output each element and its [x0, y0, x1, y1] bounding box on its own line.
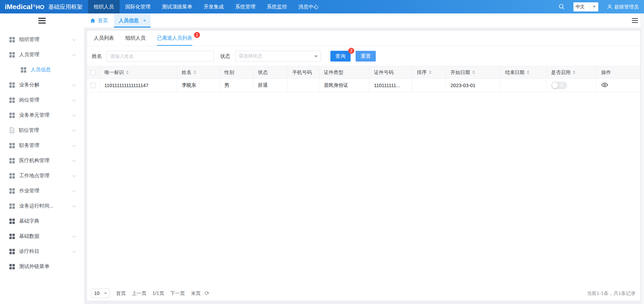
pagination-prev[interactable]: 上一页 — [132, 290, 147, 297]
sidebar-item[interactable]: 人员信息 — [0, 62, 84, 77]
sort-icon[interactable] — [429, 70, 432, 74]
nav-menu-item[interactable]: 测试顶级菜单 — [156, 0, 198, 13]
notification-badge: 2 — [348, 48, 354, 54]
nav-menu-item[interactable]: 组织人员 — [88, 0, 120, 13]
home-icon — [90, 18, 95, 23]
column-header: 结束日期 — [500, 66, 546, 79]
product-name: 基础应用框架 — [48, 3, 83, 11]
panel-menu-icon[interactable] — [632, 18, 638, 23]
grid-icon — [9, 173, 15, 179]
grid-icon — [9, 203, 15, 209]
sort-icon[interactable] — [573, 70, 575, 74]
view-eye-icon[interactable] — [601, 83, 608, 87]
sidebar-item[interactable]: 业务单元管理 — [0, 108, 84, 123]
sidebar-item[interactable]: 诊疗科目 — [0, 244, 84, 259]
sidebar-item[interactable]: 组织管理 — [0, 32, 84, 47]
reset-button[interactable]: 重置 — [356, 51, 376, 62]
page-size-select[interactable]: 10 — [91, 289, 110, 298]
nav-menu-item[interactable]: 系统监控 — [261, 0, 293, 13]
sidebar-item[interactable]: 基础数据 — [0, 229, 84, 244]
grid-icon — [9, 143, 15, 148]
search-icon[interactable] — [559, 4, 565, 10]
user-icon — [607, 4, 612, 9]
sort-icon[interactable] — [126, 70, 129, 74]
sort-icon[interactable] — [194, 70, 196, 74]
app-window: iMedical®HO 基础应用框架 组织人员 国际化管理 测试顶级菜单 开发集… — [0, 0, 644, 304]
enabled-toggle[interactable]: 否 — [551, 82, 567, 89]
tab-home[interactable]: 首页 — [84, 13, 114, 28]
cell-actions — [596, 79, 640, 92]
content-tab[interactable]: 人员列表 — [94, 31, 114, 46]
chevron-down-icon — [72, 98, 76, 101]
grid-icon — [9, 264, 15, 269]
nav-menu-item[interactable]: 国际化管理 — [120, 0, 156, 13]
pagination-info: 1/1页 — [153, 290, 164, 297]
chevron-down-icon — [72, 113, 76, 116]
user-menu[interactable]: 超级管理员 — [607, 4, 639, 10]
breadcrumb-tabbar: 首页 人员信息 × — [84, 13, 644, 28]
table-header-row: 唯一标识 姓名 — [87, 66, 640, 79]
content-tab[interactable]: 组织人员 — [125, 31, 146, 46]
sidebar-item[interactable]: 作业管理 — [0, 183, 84, 198]
tab-personnel-info[interactable]: 人员信息 × — [114, 13, 151, 28]
sidebar-item[interactable]: 工作地点管理 — [0, 168, 84, 183]
grid-icon — [9, 234, 15, 239]
sidebar-collapse-button[interactable] — [0, 13, 84, 28]
chevron-down-icon — [72, 188, 76, 192]
sort-icon[interactable] — [527, 70, 529, 74]
nav-menu-item[interactable]: 开发集成 — [198, 0, 230, 13]
app-logo: iMedical®HO 基础应用框架 — [0, 0, 83, 13]
column-header: 证件号码 — [369, 66, 412, 79]
pagination-next[interactable]: 下一页 — [170, 290, 185, 297]
column-header: 是否启用 — [546, 66, 596, 79]
cell-id-type: 居民身份证 — [319, 79, 369, 92]
sidebar-item[interactable]: 基础字典 — [0, 214, 84, 229]
column-header: 操作 — [596, 66, 640, 79]
status-label: 状态 — [220, 53, 230, 60]
pagination-first[interactable]: 首页 — [116, 290, 126, 297]
sidebar-item[interactable]: 人员管理 — [0, 47, 84, 62]
sidebar-item[interactable]: 职务管理 — [0, 138, 84, 153]
nav-menu-item[interactable]: 消息中心 — [293, 0, 324, 13]
main-menu: 组织人员 国际化管理 测试顶级菜单 开发集成 系统管理 — [88, 0, 324, 13]
search-button[interactable]: 查询 2 — [330, 51, 351, 62]
language-select[interactable]: 中文 — [573, 2, 598, 11]
close-icon[interactable]: × — [143, 18, 146, 23]
chevron-down-icon — [72, 37, 76, 41]
nav-menu-item[interactable]: 系统管理 — [230, 0, 261, 13]
pagination-last[interactable]: 末页 — [191, 290, 201, 297]
refresh-icon[interactable]: ⟳ — [205, 291, 209, 296]
chevron-down-icon — [72, 173, 76, 177]
cell-enabled: 否 — [546, 79, 596, 92]
cell-id-number: 110111111... — [369, 79, 412, 92]
sidebar-item[interactable]: 业务分解 — [0, 77, 84, 92]
grid-icon — [9, 158, 15, 163]
select-all-checkbox[interactable] — [90, 70, 96, 75]
notification-badge: 1 — [194, 32, 200, 38]
sidebar-item[interactable]: 测试外链菜单 — [0, 259, 84, 274]
sidebar-item[interactable]: 业务运行时间... — [0, 198, 84, 214]
grid-icon — [9, 82, 15, 88]
sort-icon[interactable] — [472, 70, 475, 74]
grid-icon — [21, 67, 26, 73]
row-checkbox[interactable] — [90, 83, 96, 88]
cell-gender: 男 — [219, 79, 253, 92]
grid-icon — [9, 37, 15, 42]
chevron-down-icon — [72, 249, 76, 253]
status-select[interactable]: 请选择状态 — [235, 51, 321, 62]
chevron-down-icon — [104, 293, 107, 294]
sidebar-item[interactable]: 医疗机构管理 — [0, 153, 84, 168]
sidebar-item[interactable]: 岗位管理 — [0, 92, 84, 108]
navbar-right: 中文 超级管理员 — [559, 0, 644, 13]
name-input[interactable] — [107, 51, 214, 62]
cell-phone — [287, 79, 319, 92]
chevron-down-icon — [314, 55, 318, 58]
column-header: 姓名 — [177, 66, 219, 79]
sidebar-item[interactable]: 职位管理 — [0, 123, 84, 138]
column-header: 排序 — [412, 66, 446, 79]
content-tab[interactable]: 已离退人员列表 1 — [157, 31, 192, 46]
content-tabs: 人员列表 组织人员 已离退人员列表 1 — [87, 31, 640, 46]
chevron-down-icon — [72, 158, 76, 162]
scrollbar-track[interactable] — [641, 13, 644, 304]
chevron-down-icon — [72, 128, 76, 131]
